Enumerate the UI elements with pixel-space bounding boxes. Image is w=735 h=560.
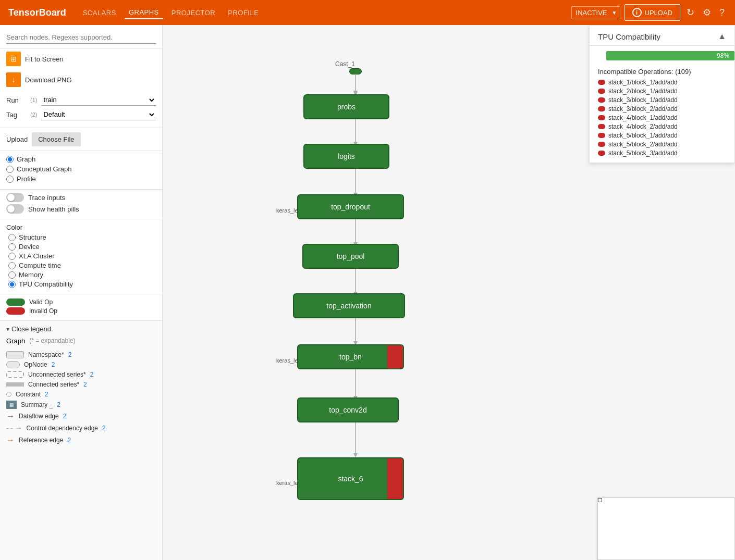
upload-row: Upload Choose File <box>6 132 156 146</box>
graph-radio[interactable] <box>6 156 14 163</box>
tpu-op-1: stack_2/block_1/add/add <box>598 88 726 95</box>
upload-section: Upload Choose File <box>0 128 162 151</box>
valid-op-row: Valid Op <box>6 298 156 306</box>
show-health-pills-label: Show health pills <box>28 205 79 213</box>
download-png-row[interactable]: ↓ Download PNG <box>0 69 162 90</box>
reference-label: Reference edge <box>19 437 63 444</box>
tpu-progress-container: 98% <box>598 51 726 60</box>
opnode-shape <box>6 361 20 368</box>
fit-to-screen-row[interactable]: ⊞ Fit to Screen <box>0 48 162 69</box>
legend-namespace: Namespace* 2 <box>6 351 156 358</box>
namespace-shape <box>6 351 24 358</box>
nav-scalars[interactable]: SCALARS <box>79 7 120 19</box>
tpu-op-dot-4 <box>598 115 605 120</box>
graph-area[interactable]: Cast_1 probs logits keras_learn... top_d… <box>163 25 735 560</box>
search-input[interactable] <box>6 31 156 44</box>
close-legend-btn[interactable]: ▾ Close legend. <box>6 325 156 333</box>
trace-inputs-row: Trace inputs <box>6 193 156 202</box>
tpu-op-dot-0 <box>598 80 605 85</box>
refresh-button[interactable]: ↻ <box>684 5 696 20</box>
node-top-bn[interactable]: top_bn <box>297 344 404 369</box>
valid-op-icon <box>6 298 25 306</box>
unconnected-shape <box>6 371 24 378</box>
node-logits[interactable]: logits <box>303 144 389 169</box>
tag-count: (2) <box>30 111 37 118</box>
tag-select[interactable]: Default <box>41 109 156 120</box>
minimap[interactable] <box>597 497 735 560</box>
run-select[interactable]: train <box>41 94 156 106</box>
unconnected-link[interactable]: 2 <box>90 371 94 378</box>
tpu-op-dot-7 <box>598 142 605 147</box>
color-xla-radio[interactable] <box>8 253 16 260</box>
color-structure-row: Structure <box>6 233 156 241</box>
run-count: (1) <box>30 97 37 103</box>
invalid-op-label: Invalid Op <box>29 307 57 315</box>
graph-canvas: Cast_1 probs logits keras_learn... top_d… <box>163 25 735 560</box>
nav-graphs[interactable]: GRAPHS <box>125 6 163 19</box>
nav-projector[interactable]: PROJECTOR <box>167 7 219 19</box>
tpu-op-text-3: stack_3/block_2/add/add <box>608 105 678 113</box>
topnav-right: INACTIVE ACTIVE ▼ i UPLOAD ↻ ⚙ ? <box>571 4 727 21</box>
color-device-radio[interactable] <box>8 243 16 251</box>
choose-file-button[interactable]: Choose File <box>32 132 80 146</box>
legend-expandable-note: (* = expandable) <box>29 337 75 348</box>
node-top-pool[interactable]: top_pool <box>302 244 399 269</box>
namespace-link[interactable]: 2 <box>68 351 72 358</box>
color-memory-radio[interactable] <box>8 271 16 279</box>
run-label: Run <box>6 96 25 104</box>
color-compute-row: Compute time <box>6 262 156 269</box>
tpu-progress-text: 98% <box>717 52 729 59</box>
node-top-dropout[interactable]: top_dropout <box>297 194 404 219</box>
color-device-row: Device <box>6 243 156 251</box>
control-link[interactable]: 2 <box>102 425 106 432</box>
tpu-close-button[interactable]: ▲ <box>718 32 726 41</box>
upload-icon: i <box>632 8 642 17</box>
node-probs[interactable]: probs <box>303 94 389 119</box>
node-top-conv2d[interactable]: top_conv2d <box>297 397 399 422</box>
cast1-node[interactable] <box>349 68 362 74</box>
tpu-op-dot-2 <box>598 97 605 103</box>
dataflow-link[interactable]: 2 <box>63 413 67 420</box>
show-health-pills-row: Show health pills <box>6 204 156 214</box>
status-select[interactable]: INACTIVE ACTIVE <box>571 6 620 19</box>
trace-inputs-toggle[interactable] <box>6 193 24 202</box>
legend-reference: → Reference edge 2 <box>6 435 156 445</box>
profile-radio-label: Profile <box>17 175 36 183</box>
settings-button[interactable]: ⚙ <box>701 5 713 20</box>
show-health-pills-toggle[interactable] <box>6 204 24 214</box>
connected-link[interactable]: 2 <box>83 381 87 388</box>
tpu-op-text-8: stack_5/block_3/add/add <box>608 150 678 157</box>
topnav: TensorBoard SCALARS GRAPHS PROJECTOR PRO… <box>0 0 735 25</box>
node-top-activation[interactable]: top_activation <box>293 293 405 318</box>
tpu-progress-fill: 98% <box>609 51 732 60</box>
constant-link[interactable]: 2 <box>45 391 48 398</box>
tpu-incompatible-title: Incompatible Operations: (109) <box>598 68 726 76</box>
opnode-link[interactable]: 2 <box>52 361 55 368</box>
tag-label: Tag <box>6 111 25 119</box>
node-stack6[interactable]: stack_6 <box>297 457 404 500</box>
control-arrow: - - → <box>6 424 22 433</box>
nav-profile[interactable]: PROFILE <box>224 7 263 19</box>
color-compute-radio[interactable] <box>8 262 16 269</box>
constant-label: Constant <box>16 391 41 398</box>
valid-op-label: Valid Op <box>29 298 53 306</box>
minimap-viewport <box>598 498 602 502</box>
tpu-op-dot-5 <box>598 124 605 129</box>
conceptual-graph-radio[interactable] <box>6 166 14 173</box>
cast1-label: Cast_1 <box>335 60 355 68</box>
svg-marker-18 <box>353 453 358 457</box>
profile-radio[interactable] <box>6 176 14 183</box>
constant-shape <box>6 392 11 397</box>
control-label: Control dependency edge <box>27 425 98 432</box>
legend-graph-title: Graph <box>6 337 25 345</box>
summary-link[interactable]: 2 <box>57 401 60 408</box>
tpu-op-5: stack_4/block_2/add/add <box>598 123 726 130</box>
search-box <box>0 25 162 48</box>
reference-link[interactable]: 2 <box>67 437 71 444</box>
color-structure-label: Structure <box>19 233 46 241</box>
color-tpu-radio[interactable] <box>8 281 16 288</box>
help-button[interactable]: ? <box>717 5 727 20</box>
upload-button[interactable]: i UPLOAD <box>624 4 680 21</box>
color-structure-radio[interactable] <box>8 234 16 241</box>
upload-label: Upload <box>6 135 28 143</box>
